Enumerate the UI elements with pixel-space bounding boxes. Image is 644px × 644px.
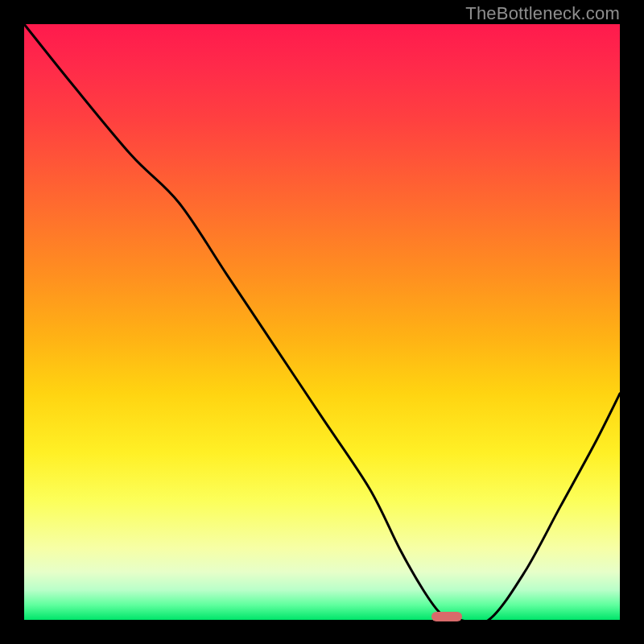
optimum-marker xyxy=(431,612,462,621)
chart-plot-area xyxy=(24,24,620,620)
bottleneck-curve xyxy=(24,24,620,620)
watermark-text: TheBottleneck.com xyxy=(465,3,620,24)
chart-frame: TheBottleneck.com xyxy=(0,0,644,644)
